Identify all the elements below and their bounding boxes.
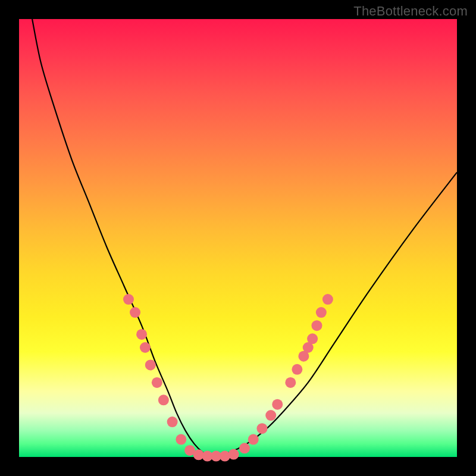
marker-dot bbox=[307, 333, 318, 344]
marker-dot bbox=[292, 364, 302, 375]
marker-dot bbox=[285, 377, 296, 388]
marker-dot bbox=[130, 307, 140, 318]
watermark-text: TheBottleneck.com bbox=[353, 4, 468, 19]
marker-dot bbox=[311, 320, 322, 331]
marker-dot bbox=[248, 434, 259, 445]
chart-overlay bbox=[19, 19, 457, 457]
marker-dot bbox=[316, 307, 327, 318]
curve-right bbox=[212, 173, 457, 457]
curve-left bbox=[32, 19, 212, 457]
marker-dot bbox=[265, 410, 276, 421]
marker-group bbox=[123, 294, 333, 461]
marker-dot bbox=[140, 342, 151, 353]
marker-dot bbox=[272, 399, 283, 410]
marker-dot bbox=[322, 294, 333, 305]
marker-dot bbox=[123, 294, 134, 305]
marker-dot bbox=[176, 434, 186, 445]
chart-frame: TheBottleneck.com bbox=[0, 0, 476, 476]
marker-dot bbox=[145, 359, 156, 370]
marker-dot bbox=[158, 394, 169, 405]
marker-dot bbox=[256, 423, 267, 434]
marker-dot bbox=[136, 329, 147, 340]
marker-dot bbox=[228, 449, 239, 460]
marker-dot bbox=[167, 416, 178, 427]
marker-dot bbox=[152, 377, 162, 388]
marker-dot bbox=[239, 443, 250, 453]
